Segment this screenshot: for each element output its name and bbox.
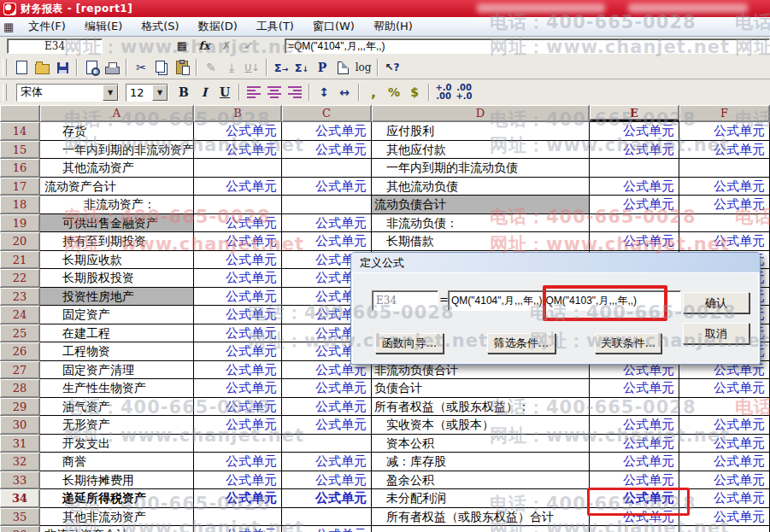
- cell-E16[interactable]: [590, 159, 679, 178]
- cell-C16[interactable]: [282, 159, 372, 178]
- toolbar-handle[interactable]: [3, 59, 7, 76]
- cell-B36[interactable]: 公式单元: [194, 526, 282, 532]
- cell-A36[interactable]: 非流动资产合计: [40, 526, 194, 532]
- cell-D16[interactable]: 一年内到期的非流动负债: [372, 159, 590, 178]
- align-right-icon[interactable]: [285, 83, 305, 102]
- cell-B28[interactable]: 公式单元: [194, 379, 282, 398]
- cell-B18[interactable]: [194, 196, 282, 214]
- row-header-19[interactable]: 19: [0, 214, 40, 233]
- cell-A26[interactable]: 工程物资: [40, 342, 194, 361]
- cell-F33[interactable]: 公式单元: [679, 471, 770, 490]
- cell-B32[interactable]: 公式单元: [194, 453, 282, 471]
- cell-D14[interactable]: 应付股利: [372, 122, 590, 141]
- cell-A15[interactable]: 一年内到期的非流动资产: [40, 141, 194, 160]
- cell-E19[interactable]: [590, 214, 679, 233]
- cell-C33[interactable]: 公式单元: [282, 471, 372, 490]
- cell-B23[interactable]: 公式单元: [194, 288, 282, 307]
- cell-C32[interactable]: 公式单元: [282, 453, 372, 471]
- row-header-14[interactable]: 14: [0, 122, 40, 141]
- cell-E36[interactable]: [590, 526, 679, 532]
- row-header-26[interactable]: 26: [0, 342, 40, 361]
- cell-E28[interactable]: 公式单元: [590, 379, 679, 398]
- row-header-35[interactable]: 35: [0, 508, 40, 527]
- column-header-C[interactable]: C: [282, 105, 372, 122]
- sum-row-icon[interactable]: Σ→: [271, 58, 291, 77]
- cell-A16[interactable]: 其他流动资产: [40, 159, 194, 178]
- cell-D34[interactable]: 未分配利润: [372, 489, 590, 508]
- column-header-F[interactable]: F: [679, 105, 770, 122]
- cell-C28[interactable]: 公式单元: [282, 379, 372, 398]
- cell-B26[interactable]: 公式单元: [194, 342, 282, 361]
- cell-B31[interactable]: [194, 435, 282, 453]
- dollar-icon[interactable]: $: [404, 83, 425, 102]
- function-wizard-button[interactable]: 函数向导...: [375, 333, 444, 354]
- cell-F20[interactable]: 公式单元: [679, 232, 770, 251]
- menu-item-1[interactable]: 编辑(E): [75, 17, 132, 36]
- cell-B34[interactable]: 公式单元: [194, 489, 282, 508]
- print-preview-icon[interactable]: [81, 58, 102, 77]
- cell-E30[interactable]: 公式单元: [590, 416, 679, 435]
- cell-B29[interactable]: 公式单元: [194, 398, 282, 417]
- percent-icon[interactable]: %: [384, 83, 404, 102]
- cell-F16[interactable]: [679, 159, 770, 178]
- cell-B33[interactable]: 公式单元: [194, 471, 282, 490]
- cell-D28[interactable]: 负债合计: [372, 379, 590, 398]
- align-left-icon[interactable]: [244, 83, 264, 102]
- cancel-button[interactable]: 取消: [683, 323, 749, 344]
- row-header-31[interactable]: 31: [0, 435, 40, 453]
- row-header-15[interactable]: 15: [0, 141, 40, 160]
- cell-F28[interactable]: 公式单元: [679, 379, 770, 398]
- cell-F29[interactable]: [679, 398, 770, 417]
- toolbar-handle[interactable]: [3, 84, 7, 101]
- cell-A20[interactable]: 持有至到期投资: [40, 232, 194, 251]
- italic-icon[interactable]: I: [194, 83, 215, 102]
- dialog-title-bar[interactable]: 定义公式: [351, 253, 760, 272]
- confirm-button[interactable]: 确认: [683, 292, 749, 313]
- col-width-icon[interactable]: ↔: [334, 83, 355, 102]
- cell-A25[interactable]: 在建工程: [40, 324, 194, 343]
- cell-E33[interactable]: 公式单元: [590, 471, 679, 490]
- cell-A27[interactable]: 固定资产清理: [40, 361, 194, 380]
- row-header-30[interactable]: 30: [0, 416, 40, 435]
- cell-name-box[interactable]: [7, 38, 103, 54]
- row-header-33[interactable]: 33: [0, 471, 40, 490]
- select-all-corner[interactable]: [0, 105, 40, 122]
- cell-D31[interactable]: 资本公积: [372, 435, 590, 453]
- cell-C29[interactable]: 公式单元: [282, 398, 372, 417]
- cell-B15[interactable]: 公式单元: [194, 141, 282, 160]
- cell-A35[interactable]: 其他非流动资产: [40, 508, 194, 527]
- cell-E29[interactable]: [590, 398, 679, 417]
- cell-C30[interactable]: 公式单元: [282, 416, 372, 435]
- cell-C15[interactable]: 公式单元: [282, 141, 372, 160]
- cell-B24[interactable]: 公式单元: [194, 306, 282, 324]
- menu-item-2[interactable]: 格式(S): [132, 17, 188, 36]
- copy-icon[interactable]: [151, 58, 172, 77]
- paste-icon[interactable]: [172, 58, 192, 77]
- cell-F15[interactable]: 公式单元: [679, 141, 770, 160]
- relation-condition-button[interactable]: 关联条件...: [595, 333, 661, 354]
- cell-D15[interactable]: 其他应付款: [372, 141, 590, 160]
- cell-A17[interactable]: 流动资产合计: [40, 178, 194, 196]
- cell-A14[interactable]: 存货: [40, 122, 194, 141]
- cell-A21[interactable]: 长期应收款: [40, 251, 194, 270]
- cell-C17[interactable]: 公式单元: [282, 178, 372, 196]
- menu-item-0[interactable]: 文件(F): [19, 17, 75, 36]
- cell-B27[interactable]: 公式单元: [194, 361, 282, 380]
- cell-F19[interactable]: [679, 214, 770, 233]
- cell-C31[interactable]: [282, 435, 372, 453]
- clear-page-icon[interactable]: [332, 58, 353, 77]
- row-header-36[interactable]: 36: [0, 526, 40, 532]
- underline-icon[interactable]: U: [215, 83, 235, 102]
- row-header-25[interactable]: 25: [0, 324, 40, 343]
- comma-icon[interactable]: ,: [363, 83, 384, 102]
- font-select[interactable]: 宋体▼: [16, 84, 119, 102]
- cell-C35[interactable]: [282, 508, 372, 527]
- row-height-icon[interactable]: ↕: [314, 83, 334, 102]
- row-header-28[interactable]: 28: [0, 379, 40, 398]
- cell-F34[interactable]: 公式单元: [679, 489, 770, 508]
- row-header-23[interactable]: 23: [0, 288, 40, 307]
- row-header-16[interactable]: 16: [0, 159, 40, 178]
- cell-F36[interactable]: [679, 526, 770, 532]
- cell-B17[interactable]: 公式单元: [194, 178, 282, 196]
- row-header-18[interactable]: 18: [0, 196, 40, 214]
